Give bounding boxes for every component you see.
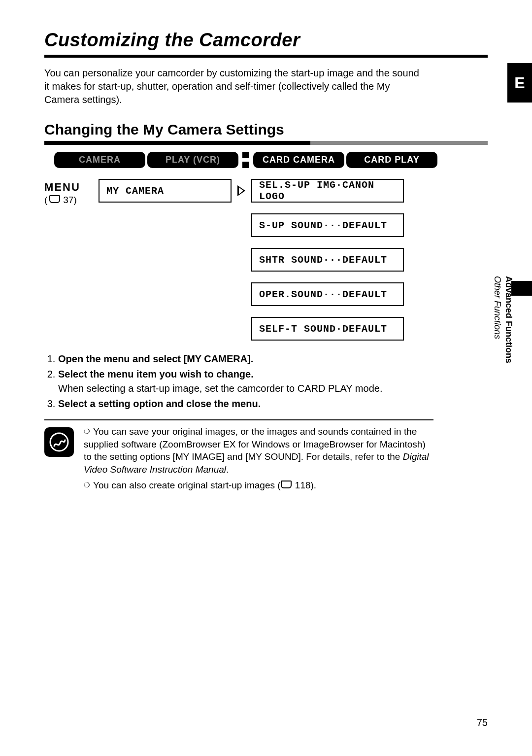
mode-tab-card-camera: CARD CAMERA bbox=[253, 152, 344, 168]
book-icon bbox=[49, 195, 61, 206]
step-2-sub: When selecting a start-up image, set the… bbox=[58, 382, 424, 395]
step-2: Select the menu item you wish to change.… bbox=[58, 368, 424, 395]
side-ital: Other Functions bbox=[493, 276, 502, 339]
step-1: Open the menu and select [MY CAMERA]. bbox=[58, 352, 424, 366]
mode-tab-camera: CAMERA bbox=[54, 152, 145, 168]
mode-row: CAMERA PLAY (VCR) CARD CAMERA CARD PLAY bbox=[54, 152, 488, 168]
info-p1: You can save your original images, or th… bbox=[84, 425, 433, 476]
side-bold: Advanced Functions bbox=[504, 276, 514, 363]
menu-map: MENU ( 37) MY CAMERA SEL.S-UP IMG·CANON … bbox=[44, 179, 488, 341]
step-3-text: Select a setting option and close the me… bbox=[58, 398, 261, 409]
menu-label-text: MENU bbox=[44, 181, 99, 194]
step-1-text: Open the menu and select [MY CAMERA]. bbox=[58, 353, 253, 364]
section-rule bbox=[44, 141, 488, 145]
info-block: You can save your original images, or th… bbox=[44, 425, 433, 494]
mode-separator bbox=[242, 152, 249, 168]
menu-label: MENU ( 37) bbox=[44, 179, 99, 206]
book-icon-inline bbox=[281, 480, 293, 490]
step-3: Select a setting option and close the me… bbox=[58, 397, 424, 411]
info-p2: You can also create original start-up im… bbox=[84, 479, 433, 492]
title-rule bbox=[44, 55, 488, 58]
section-title: Changing the My Camera Settings bbox=[44, 121, 488, 138]
note-icon bbox=[44, 427, 74, 457]
menu-ref: 37) bbox=[63, 195, 76, 206]
info-p2-ref: 118). bbox=[293, 480, 317, 490]
info-rule bbox=[44, 419, 433, 420]
mode-tab-card-play: CARD PLAY bbox=[346, 152, 437, 168]
side-section-label: Advanced Functions Other Functions bbox=[491, 276, 514, 363]
svg-point-2 bbox=[50, 433, 68, 451]
menu-box-my-camera: MY CAMERA bbox=[99, 179, 232, 203]
steps-list: Open the menu and select [MY CAMERA]. Se… bbox=[44, 352, 424, 411]
info-p1c: . bbox=[226, 464, 229, 475]
mode-tab-play-vcr: PLAY (VCR) bbox=[147, 152, 238, 168]
language-badge: E bbox=[507, 63, 532, 103]
menu-box-sel-sup-img: SEL.S-UP IMG·CANON LOGO bbox=[251, 179, 404, 203]
info-p2a: You can also create original start-up im… bbox=[93, 480, 281, 490]
menu-box-oper-sound: OPER.SOUND···DEFAULT bbox=[251, 282, 404, 306]
page-number: 75 bbox=[477, 717, 488, 728]
menu-box-selft-sound: SELF-T SOUND·DEFAULT bbox=[251, 317, 404, 341]
intro-paragraph: You can personalize your camcorder by cu… bbox=[44, 67, 424, 106]
menu-box-sup-sound: S-UP SOUND···DEFAULT bbox=[251, 213, 404, 237]
info-p1a: You can save your original images, or th… bbox=[84, 426, 426, 462]
page-title: Customizing the Camcorder bbox=[44, 30, 488, 51]
thumb-tab-mark bbox=[511, 281, 532, 296]
step-2-text: Select the menu item you wish to change. bbox=[58, 369, 254, 379]
arrow-icon bbox=[232, 179, 251, 203]
menu-box-shtr-sound: SHTR SOUND···DEFAULT bbox=[251, 248, 404, 272]
